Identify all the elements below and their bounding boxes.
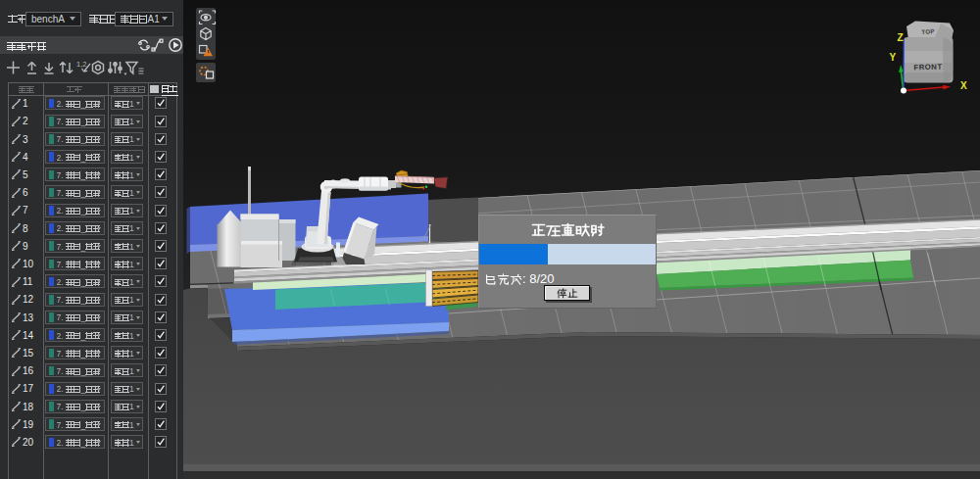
svg-text:Y: Y bbox=[890, 52, 897, 63]
svg-text:1,2: 1,2 bbox=[76, 60, 86, 69]
svg-text:Z: Z bbox=[898, 32, 904, 43]
svg-text:X: X bbox=[960, 80, 967, 91]
svg-text:FRONT: FRONT bbox=[913, 62, 943, 72]
svg-text:TOP: TOP bbox=[921, 27, 935, 35]
